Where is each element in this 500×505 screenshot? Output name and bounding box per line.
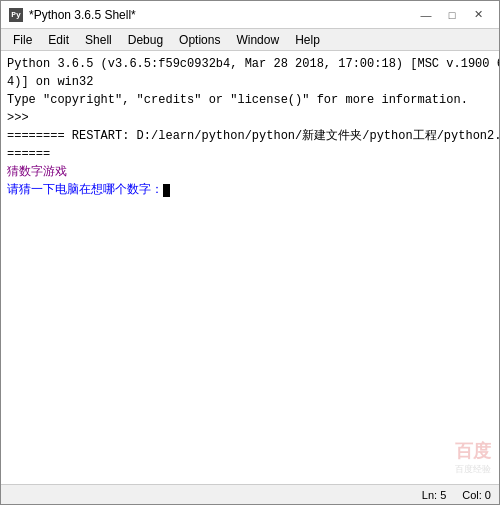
shell-line-prompt-chinese: 请猜一下电脑在想哪个数字： xyxy=(7,181,493,199)
shell-line-game-title: 猜数字游戏 xyxy=(7,163,493,181)
shell-line: Python 3.6.5 (v3.6.5:f59c0932b4, Mar 28 … xyxy=(7,55,493,73)
shell-line: >>> xyxy=(7,109,493,127)
status-ln: Ln: 5 xyxy=(422,489,446,501)
menu-options[interactable]: Options xyxy=(171,29,228,50)
maximize-button[interactable]: □ xyxy=(439,5,465,25)
menu-debug[interactable]: Debug xyxy=(120,29,171,50)
watermark: 百度 百度经验 xyxy=(455,439,491,476)
watermark-logo: 百度 xyxy=(455,439,491,463)
window-controls: — □ ✕ xyxy=(413,5,491,25)
close-button[interactable]: ✕ xyxy=(465,5,491,25)
shell-content[interactable]: Python 3.6.5 (v3.6.5:f59c0932b4, Mar 28 … xyxy=(1,51,499,484)
minimize-button[interactable]: — xyxy=(413,5,439,25)
menu-bar: File Edit Shell Debug Options Window Hel… xyxy=(1,29,499,51)
cursor xyxy=(163,184,170,197)
icon-label: Py xyxy=(11,10,21,19)
status-col: Col: 0 xyxy=(462,489,491,501)
menu-file[interactable]: File xyxy=(5,29,40,50)
menu-window[interactable]: Window xyxy=(228,29,287,50)
title-bar: Py *Python 3.6.5 Shell* — □ ✕ xyxy=(1,1,499,29)
status-bar: Ln: 5 Col: 0 xyxy=(1,484,499,504)
title-bar-text: *Python 3.6.5 Shell* xyxy=(29,8,413,22)
window-icon: Py xyxy=(9,8,23,22)
shell-line: Type "copyright", "credits" or "license(… xyxy=(7,91,493,109)
menu-shell[interactable]: Shell xyxy=(77,29,120,50)
watermark-text: 百度经验 xyxy=(455,463,491,476)
shell-line-restart-end: ====== xyxy=(7,145,493,163)
menu-edit[interactable]: Edit xyxy=(40,29,77,50)
shell-line-restart: ======== RESTART: D:/learn/python/python… xyxy=(7,127,493,145)
shell-line: 4)] on win32 xyxy=(7,73,493,91)
python-shell-window: Py *Python 3.6.5 Shell* — □ ✕ File Edit … xyxy=(0,0,500,505)
menu-help[interactable]: Help xyxy=(287,29,328,50)
